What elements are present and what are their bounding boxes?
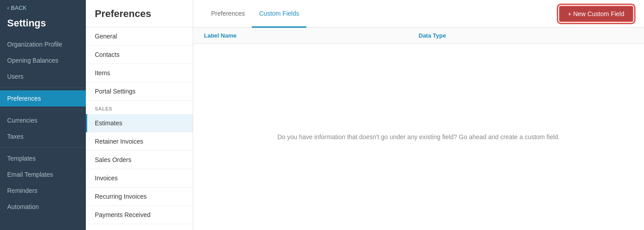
sidebar-item-templates[interactable]: Templates [0, 150, 86, 166]
sales-section-label: SALES [86, 101, 193, 114]
main-header: Preferences Custom Fields + New Custom F… [193, 0, 644, 28]
tab-custom-fields[interactable]: Custom Fields [252, 0, 306, 28]
tabs-container: Preferences Custom Fields [204, 0, 306, 27]
middle-panel: Preferences General Contacts Items Porta… [86, 0, 193, 230]
middle-item-items[interactable]: Items [86, 64, 193, 82]
main-content: Preferences Custom Fields + New Custom F… [193, 0, 644, 230]
middle-item-payments-received[interactable]: Payments Received [86, 206, 193, 224]
middle-panel-title: Preferences [86, 0, 193, 27]
col-label-name[interactable]: Label Name [204, 32, 419, 39]
middle-item-estimates[interactable]: Estimates [86, 114, 193, 132]
middle-item-invoices[interactable]: Invoices [86, 169, 193, 187]
sidebar: ‹ BACK Settings Organization Profile Ope… [0, 0, 86, 230]
col-data-type[interactable]: Data Type [419, 32, 633, 39]
empty-state: Do you have information that doesn't go … [193, 44, 644, 230]
new-custom-field-button[interactable]: + New Custom Field [559, 6, 633, 22]
sidebar-item-currencies[interactable]: Currencies [0, 112, 86, 128]
settings-title: Settings [0, 16, 86, 36]
back-label: BACK [11, 4, 26, 11]
middle-item-portal-settings[interactable]: Portal Settings [86, 82, 193, 101]
sidebar-item-users[interactable]: Users [0, 68, 86, 85]
sidebar-divider-2 [0, 109, 86, 110]
sidebar-item-org-profile[interactable]: Organization Profile [0, 36, 86, 52]
sidebar-item-email-templates[interactable]: Email Templates [0, 166, 86, 183]
middle-item-contacts[interactable]: Contacts [86, 46, 193, 64]
sidebar-item-reminders[interactable]: Reminders [0, 183, 86, 199]
back-link[interactable]: ‹ BACK [0, 0, 86, 16]
table-header: Label Name Data Type [193, 28, 644, 44]
empty-state-message: Do you have information that doesn't go … [277, 133, 560, 141]
back-icon: ‹ [7, 4, 9, 11]
sidebar-item-opening-balances[interactable]: Opening Balances [0, 52, 86, 68]
sidebar-item-preferences[interactable]: Preferences [0, 90, 86, 106]
sidebar-item-taxes[interactable]: Taxes [0, 128, 86, 145]
middle-item-sales-orders[interactable]: Sales Orders [86, 151, 193, 169]
sidebar-divider-3 [0, 147, 86, 148]
middle-item-general[interactable]: General [86, 27, 193, 46]
tab-preferences[interactable]: Preferences [204, 0, 252, 28]
middle-item-retainer-invoices[interactable]: Retainer Invoices [86, 132, 193, 151]
sidebar-divider-1 [0, 87, 86, 88]
middle-item-credit-notes[interactable]: Credit Notes [86, 224, 193, 230]
middle-item-recurring-invoices[interactable]: Recurring Invoices [86, 187, 193, 206]
sidebar-item-automation[interactable]: Automation [0, 199, 86, 215]
